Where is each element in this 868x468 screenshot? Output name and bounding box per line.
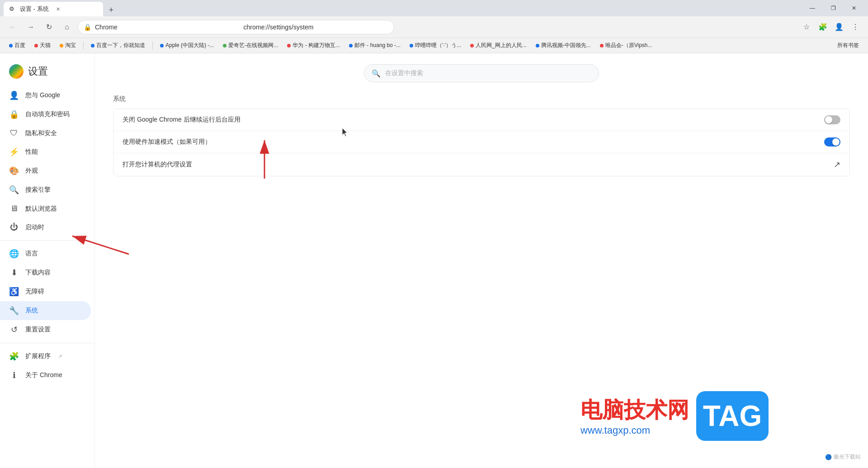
bookmark-button[interactable]: ☆ [799, 20, 814, 34]
bookmark-icon: ☆ [803, 23, 810, 31]
secure-icon: 🔒 [84, 24, 91, 31]
bookmark-label: Apple (中国大陆) -... [165, 42, 214, 49]
sidebar-item-privacy[interactable]: 🛡 隐私和安全 [0, 124, 91, 142]
bookmark-huawei[interactable]: 华为 - 构建万物互... [283, 40, 344, 51]
tab-close-button[interactable]: ✕ [54, 5, 62, 13]
sidebar-item-google[interactable]: 👤 您与 Google [0, 86, 91, 105]
restore-icon: ❐ [831, 5, 836, 11]
settings-row-background: 关闭 Google Chrome 后继续运行后台应用 [113, 109, 849, 131]
sidebar-label-system: 系统 [25, 307, 38, 315]
bookmark-label: 淘宝 [65, 42, 76, 49]
bookmark-favicon [349, 44, 353, 47]
sidebar-item-system[interactable]: 🔧 系统 [0, 301, 91, 320]
watermark: 电脑技术网 www.tagxp.com TAG [580, 391, 769, 441]
bookmark-label: 天猫 [40, 42, 51, 49]
sidebar-divider [0, 240, 94, 241]
search-placeholder: 在设置中搜索 [385, 69, 591, 77]
sidebar-item-extensions[interactable]: 🧩 扩展程序 ↗ [0, 347, 91, 366]
toolbar-right: ☆ 🧩 👤 ⋮ [799, 20, 863, 34]
minimize-icon: — [810, 5, 815, 11]
bookmark-people[interactable]: 人民网_网上的人民... [467, 40, 530, 51]
toggle-knob [825, 116, 832, 123]
sidebar-item-appearance[interactable]: 🎨 外观 [0, 161, 91, 180]
reload-button[interactable]: ↻ [42, 20, 56, 34]
sidebar-item-autofill[interactable]: 🔒 自动填充和密码 [0, 105, 91, 124]
lock-icon: 🔒 [9, 109, 19, 119]
back-button[interactable]: ← [5, 20, 20, 34]
bookmark-separator [152, 42, 153, 50]
close-icon: ✕ [852, 5, 856, 11]
settings-row-hardware: 使用硬件加速模式（如果可用） [113, 131, 849, 153]
sidebar-item-startup[interactable]: ⏻ 启动时 [0, 218, 91, 236]
bookmark-mail[interactable]: 邮件 - huang bo -... [345, 40, 404, 51]
home-button[interactable]: ⌂ [60, 20, 74, 34]
back-icon: ← [9, 23, 16, 31]
shield-icon: 🛡 [9, 128, 19, 138]
new-tab-button[interactable]: + [105, 4, 118, 16]
sidebar-label-reset: 重置设置 [25, 326, 51, 334]
bookmarks-bar: 百度 天猫 淘宝 百度一下，你就知道 Apple (中国大陆) -... 爱奇艺… [0, 38, 868, 53]
sidebar-item-browser[interactable]: 🖥 默认浏览器 [0, 199, 91, 218]
proxy-external-link-icon[interactable]: ↗ [834, 160, 840, 170]
person-icon: 👤 [9, 90, 19, 100]
sidebar-item-downloads[interactable]: ⬇ 下载内容 [0, 263, 91, 282]
bookmark-favicon [223, 44, 226, 47]
bookmark-baidu[interactable]: 百度 [5, 40, 29, 51]
hardware-label: 使用硬件加速模式（如果可用） [123, 138, 824, 146]
bookmark-baiduyixia[interactable]: 百度一下，你就知道 [87, 40, 149, 51]
bookmark-favicon [536, 44, 539, 47]
bookmark-iqiyi[interactable]: 爱奇艺-在线视频网... [219, 40, 282, 51]
bookmark-favicon [287, 44, 291, 47]
restore-button[interactable]: ❐ [823, 1, 844, 15]
home-icon: ⌂ [65, 23, 69, 31]
bookmark-bilibili[interactable]: 哔哩哔哩（'·'）う... [406, 40, 465, 51]
bookmark-tianmao[interactable]: 天猫 [31, 40, 54, 51]
profile-button[interactable]: 👤 [832, 20, 846, 34]
extensions-button[interactable]: 🧩 [816, 20, 830, 34]
toolbar: ← → ↻ ⌂ 🔒 Chrome chrome://settings/syste… [0, 16, 868, 38]
sidebar-item-about[interactable]: ℹ 关于 Chrome [0, 366, 91, 385]
tab-favicon: ⚙ [9, 5, 16, 13]
bookmark-favicon [91, 44, 94, 47]
active-tab[interactable]: ⚙ 设置 - 系统 ✕ [4, 2, 103, 16]
bookmark-vip[interactable]: 唯品会-（原Vipsh... [596, 40, 656, 51]
settings-search-bar[interactable]: 🔍 在设置中搜索 [364, 64, 599, 82]
sidebar-item-performance[interactable]: ⚡ 性能 [0, 142, 91, 161]
close-button[interactable]: ✕ [844, 1, 864, 15]
bookmark-label: 邮件 - huang bo -... [354, 42, 401, 49]
lightning-icon: ⚡ [9, 147, 19, 157]
sidebar-item-accessibility[interactable]: ♿ 无障碍 [0, 282, 91, 301]
sidebar-label-extensions: 扩展程序 [25, 352, 51, 360]
hardware-toggle[interactable] [824, 137, 840, 147]
extensions-icon: 🧩 [9, 351, 19, 361]
bookmark-apple[interactable]: Apple (中国大陆) -... [156, 40, 217, 51]
bookmark-tencent[interactable]: 腾讯视频-中国领先... [532, 40, 594, 51]
tag-text: TAG [703, 399, 762, 433]
info-icon: ℹ [9, 370, 19, 380]
bookmark-all[interactable]: 所有书签 [834, 40, 863, 51]
background-toggle[interactable] [824, 115, 840, 124]
sidebar: 设置 👤 您与 Google 🔒 自动填充和密码 🛡 隐私和安全 ⚡ 性能 🎨 … [0, 53, 95, 468]
wrench-icon: 🔧 [9, 306, 19, 316]
forward-button[interactable]: → [24, 20, 38, 34]
bookmark-label: 腾讯视频-中国领先... [541, 42, 591, 49]
address-bar[interactable]: 🔒 Chrome chrome://settings/system [78, 20, 394, 34]
sidebar-item-reset[interactable]: ↺ 重置设置 [0, 320, 91, 339]
bookmark-taobao[interactable]: 淘宝 [56, 40, 80, 51]
sidebar-label-browser: 默认浏览器 [25, 205, 57, 213]
sidebar-label-appearance: 外观 [25, 167, 38, 175]
bookmark-separator [83, 42, 84, 50]
sidebar-item-search[interactable]: 🔍 搜索引擎 [0, 180, 91, 199]
sidebar-label-about: 关于 Chrome [25, 371, 62, 379]
title-bar: ⚙ 设置 - 系统 ✕ + — ❐ ✕ [0, 0, 868, 16]
bookmark-favicon [60, 44, 63, 47]
bookmark-favicon [160, 44, 164, 47]
watermark-site-name: 电脑技术网 [580, 396, 689, 425]
sidebar-divider-2 [0, 343, 94, 343]
menu-button[interactable]: ⋮ [848, 20, 863, 34]
bookmark-favicon [410, 44, 413, 47]
minimize-button[interactable]: — [802, 1, 823, 15]
proxy-label: 打开您计算机的代理设置 [123, 161, 834, 169]
tab-title: 设置 - 系统 [20, 5, 49, 13]
sidebar-item-language[interactable]: 🌐 语言 [0, 244, 91, 263]
